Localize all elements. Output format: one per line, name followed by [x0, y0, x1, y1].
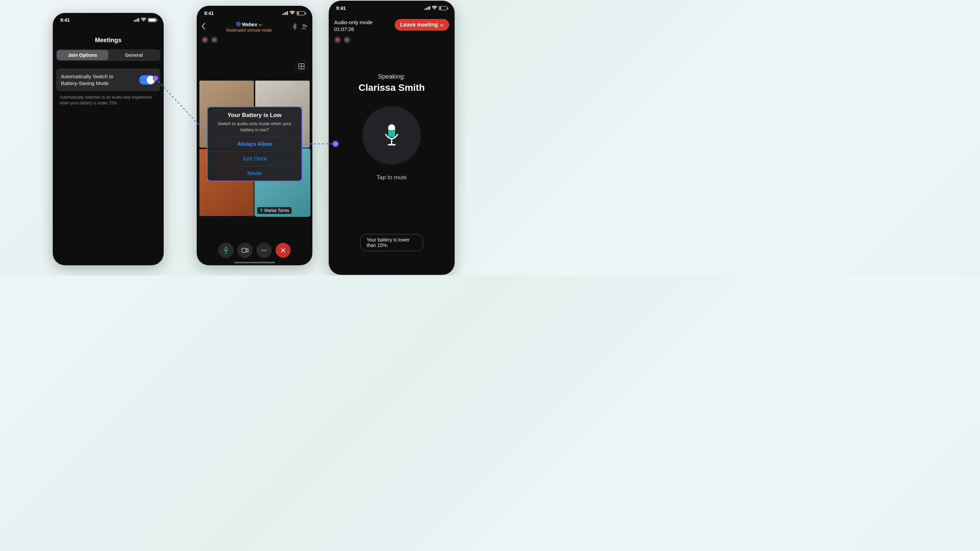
svg-rect-18 — [425, 8, 426, 10]
video-button[interactable] — [237, 243, 253, 258]
battery-low-icon — [297, 11, 305, 15]
dialog-option-once[interactable]: Just Once — [208, 151, 301, 166]
svg-rect-1 — [135, 20, 136, 22]
status-time: 9:41 — [336, 5, 346, 11]
leave-meeting-button[interactable]: Leave meeting — [395, 19, 449, 30]
participant-name-tag: Marise Torres — [257, 207, 292, 214]
meeting-controls — [197, 243, 312, 258]
back-icon[interactable] — [202, 23, 205, 32]
more-button[interactable] — [256, 243, 272, 258]
svg-rect-0 — [134, 21, 135, 22]
battery-icon — [148, 18, 156, 22]
cellular-icon — [134, 17, 139, 23]
speaker-name: Clarissa Smith — [329, 82, 455, 93]
leave-label: Leave meeting — [400, 22, 438, 28]
status-bar: 9:41 — [329, 1, 455, 16]
wifi-icon — [141, 17, 146, 23]
encryption-indicator — [211, 37, 218, 43]
phone-settings: 9:41 Meetings Join Options General Autom… — [53, 13, 164, 265]
recording-indicator — [202, 37, 208, 43]
wifi-icon — [432, 5, 437, 11]
svg-rect-20 — [428, 7, 429, 10]
status-bar: 9:41 — [197, 6, 312, 21]
phone-meeting-grid: 9:41 Webex Moderated un — [197, 6, 312, 265]
header-actions — [293, 24, 308, 31]
svg-rect-6 — [285, 12, 286, 15]
indicator-row — [329, 33, 455, 43]
page-title: Meetings — [53, 37, 164, 44]
svg-point-10 — [213, 39, 215, 41]
svg-rect-14 — [242, 248, 246, 252]
meeting-title-block: Webex Moderated unmute mode — [205, 22, 293, 33]
cellular-icon — [425, 5, 430, 11]
svg-rect-26 — [388, 124, 395, 137]
status-icons — [425, 5, 447, 11]
layout-button[interactable] — [295, 60, 308, 73]
tab-general[interactable]: General — [108, 50, 159, 60]
status-time: 9:41 — [60, 17, 70, 23]
svg-point-9 — [303, 24, 305, 27]
svg-rect-7 — [287, 11, 288, 15]
setting-description: Automatically switches to an audio-only … — [60, 95, 157, 106]
duration: 01:07:26 — [334, 26, 372, 33]
phone-audio-only: 9:41 Audio-only mode 01:07:26 Leave meet… — [329, 1, 455, 275]
svg-rect-4 — [282, 14, 283, 15]
status-time: 9:41 — [204, 11, 214, 16]
status-icons — [282, 11, 305, 16]
svg-rect-19 — [426, 8, 427, 10]
dialog-message: Switch to audio-only mode when your batt… — [208, 119, 301, 137]
end-call-button[interactable] — [275, 243, 291, 258]
home-indicator — [234, 262, 275, 263]
svg-rect-3 — [138, 18, 139, 22]
battery-saving-toggle[interactable] — [139, 75, 156, 85]
chevron-down-icon — [440, 22, 444, 28]
indicator-row — [197, 34, 312, 46]
chevron-down-icon[interactable] — [259, 23, 262, 27]
segmented-control: Join Options General — [56, 49, 160, 61]
status-bar: 9:41 — [53, 13, 164, 27]
speaking-block: Speaking: Clarissa Smith — [329, 73, 455, 93]
meeting-top-bar: Audio-only mode 01:07:26 Leave meeting — [329, 16, 455, 33]
mode-label: Audio-only mode — [334, 19, 372, 26]
wifi-icon — [290, 11, 295, 16]
low-battery-dialog: Your Battery is Low Switch to audio-only… — [207, 106, 302, 181]
encryption-indicator — [344, 37, 350, 43]
svg-point-15 — [261, 250, 262, 251]
mic-active-icon — [260, 208, 263, 213]
battery-saving-setting-row[interactable]: Automatically Switch to Battery-Saving M… — [56, 68, 160, 91]
dialog-title: Your Battery is Low — [208, 107, 301, 119]
dialog-option-always[interactable]: Always Allow — [208, 137, 301, 151]
bluetooth-icon[interactable] — [293, 24, 297, 31]
setting-label: Automatically Switch to Battery-Saving M… — [61, 73, 129, 86]
svg-rect-13 — [225, 247, 227, 251]
svg-rect-21 — [429, 6, 430, 10]
svg-point-22 — [346, 39, 347, 40]
meeting-subtitle: Moderated unmute mode — [205, 28, 293, 33]
mute-toggle-button[interactable] — [363, 106, 421, 165]
status-icons — [134, 17, 156, 23]
svg-rect-2 — [137, 19, 138, 22]
battery-toast: Your battery is lower than 15%. — [360, 234, 423, 251]
recording-indicator — [334, 37, 341, 43]
tap-to-mute-label: Tap to mute — [329, 174, 455, 181]
svg-rect-5 — [284, 13, 285, 15]
speaking-label: Speaking: — [329, 73, 455, 80]
svg-point-16 — [263, 250, 264, 251]
globe-icon — [236, 22, 240, 27]
battery-low-icon — [439, 6, 447, 10]
meeting-header: Webex Moderated unmute mode — [197, 21, 312, 34]
dialog-option-never[interactable]: Never — [208, 166, 301, 181]
participant-name: Marise Torres — [264, 208, 289, 213]
cellular-icon — [282, 11, 288, 16]
app-title: Webex — [242, 22, 257, 27]
svg-point-17 — [266, 250, 266, 251]
tab-join-options[interactable]: Join Options — [57, 50, 108, 60]
mute-button[interactable] — [218, 243, 234, 258]
svg-rect-12 — [261, 208, 262, 211]
add-person-icon[interactable] — [301, 24, 308, 31]
mode-info: Audio-only mode 01:07:26 — [334, 19, 372, 33]
